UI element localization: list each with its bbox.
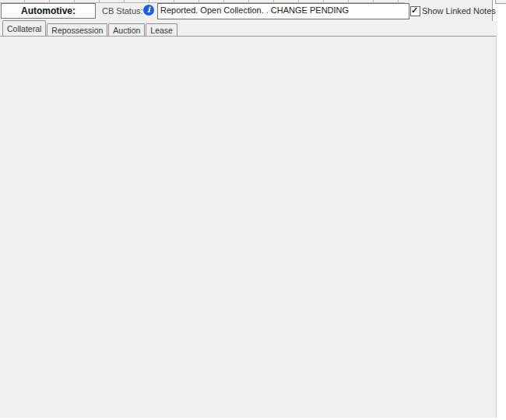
tab-lease[interactable]: Lease xyxy=(146,23,177,36)
category-label: Automotive: xyxy=(21,5,76,16)
cb-status-input[interactable]: Reported. Open Collection. . CHANGE PEND… xyxy=(157,3,409,19)
show-linked-notes-label: Show Linked Notes xyxy=(422,6,496,16)
show-linked-notes-checkbox[interactable] xyxy=(410,6,420,16)
tab-collateral[interactable]: Collateral xyxy=(2,20,46,36)
cb-status-label: CB Status: xyxy=(102,6,143,16)
category-box: Automotive: xyxy=(1,3,96,19)
tab-page xyxy=(0,36,497,418)
tab-auction[interactable]: Auction xyxy=(108,23,145,36)
tab-repossession[interactable]: Repossession xyxy=(47,23,107,36)
info-icon[interactable]: i xyxy=(143,5,154,16)
partial-control-stub xyxy=(495,0,506,4)
collateral-window: Automotive: CB Status: i Reported. Open … xyxy=(0,0,506,420)
